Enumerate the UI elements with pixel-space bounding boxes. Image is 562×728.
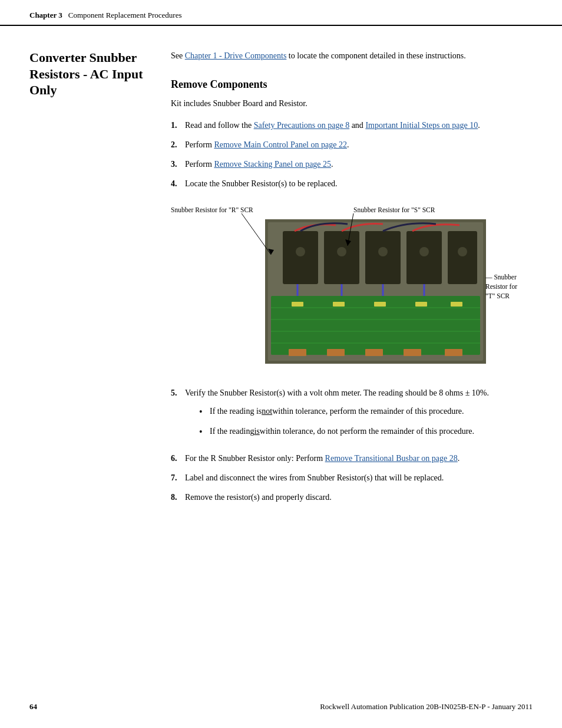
svg-rect-13 [327, 349, 345, 356]
svg-point-21 [458, 247, 467, 256]
svg-point-18 [337, 247, 346, 256]
step-6-content: For the R Snubber Resistor only: Perform… [185, 452, 533, 465]
publication-info: Rockwell Automation Publication 20B-IN02… [320, 702, 533, 711]
steps-list: 1. Read and follow the Safety Precaution… [171, 119, 533, 190]
image-section: Snubber Resistor for "R" SCR Snubber Res… [171, 202, 533, 373]
svg-rect-9 [365, 231, 401, 284]
main-content: Converter Snubber Resistors - AC Input O… [0, 26, 562, 515]
step-8: 8. Remove the resistor(s) and properly d… [171, 491, 533, 503]
svg-rect-25 [415, 302, 427, 307]
step-1-content: Read and follow the Safety Precautions o… [185, 119, 533, 131]
step-2-content: Perform Remove Main Control Panel on pag… [185, 139, 533, 151]
safety-precautions-link[interactable]: Safety Precautions on page 8 [254, 121, 350, 130]
svg-rect-22 [292, 302, 303, 307]
step-6-num: 6. [171, 452, 185, 465]
initial-steps-link[interactable]: Important Initial Steps on page 10 [365, 121, 478, 130]
step-1-num: 1. [171, 119, 185, 131]
header-chapter-title: Component Replacement Procedures [68, 11, 182, 20]
svg-rect-26 [451, 302, 462, 307]
page-number: 64 [29, 702, 37, 711]
step-1: 1. Read and follow the Safety Precaution… [171, 119, 533, 131]
step-2-num: 2. [171, 139, 185, 151]
remove-main-control-link[interactable]: Remove Main Control Panel on page 22 [214, 140, 347, 149]
component-image [265, 219, 486, 364]
subsection-title: Remove Components [171, 78, 533, 91]
step-6: 6. For the R Snubber Resistor only: Perf… [171, 452, 533, 465]
bullet-list-5: If the reading is not within tolerance, … [199, 405, 533, 439]
step-7-num: 7. [171, 472, 185, 484]
svg-rect-8 [324, 231, 359, 284]
step-8-num: 8. [171, 491, 185, 503]
svg-rect-23 [333, 302, 345, 307]
step-5: 5. Verify the Snubber Resistor(s) with a… [171, 387, 533, 445]
svg-rect-15 [404, 349, 421, 356]
step-3: 3. Perform Remove Stacking Panel on page… [171, 158, 533, 170]
right-column: See Chapter 1 - Drive Components to loca… [171, 26, 533, 515]
is-text: is [254, 425, 259, 437]
chapter1-link[interactable]: Chapter 1 - Drive Components [185, 51, 287, 60]
step-7-content: Label and disconnect the wires from Snub… [185, 472, 533, 484]
step-3-content: Perform Remove Stacking Panel on page 25… [185, 158, 533, 170]
step-4-num: 4. [171, 177, 185, 190]
step-7: 7. Label and disconnect the wires from S… [171, 472, 533, 484]
left-column: Converter Snubber Resistors - AC Input O… [29, 26, 171, 515]
svg-point-20 [419, 247, 429, 256]
svg-rect-24 [374, 302, 386, 307]
steps-list-2: 5. Verify the Snubber Resistor(s) with a… [171, 387, 533, 503]
page-footer: 64 Rockwell Automation Publication 20B-I… [0, 702, 562, 711]
step-2: 2. Perform Remove Main Control Panel on … [171, 139, 533, 151]
callout-r-scr: Snubber Resistor for "R" SCR [171, 206, 253, 213]
svg-rect-10 [406, 231, 442, 284]
step-4: 4. Locate the Snubber Resistor(s) to be … [171, 177, 533, 190]
not-text: not [262, 405, 272, 417]
svg-point-19 [378, 247, 388, 256]
page-header: Chapter 3 Component Replacement Procedur… [0, 0, 562, 26]
intro-paragraph: See Chapter 1 - Drive Components to loca… [171, 50, 533, 62]
step-8-content: Remove the resistor(s) and properly disc… [185, 491, 533, 503]
chapter-label: Chapter 3 [29, 11, 62, 20]
svg-rect-7 [283, 231, 318, 284]
section-title: Converter Snubber Resistors - AC Input O… [29, 50, 153, 98]
kit-text: Kit includes Snubber Board and Resistor. [171, 99, 533, 108]
callout-t-scr: — SnubberResistor for"T" SCR [485, 272, 533, 301]
svg-rect-11 [448, 231, 477, 284]
step-5-content: Verify the Snubber Resistor(s) with a vo… [185, 387, 533, 445]
step-4-content: Locate the Snubber Resistor(s) to be rep… [185, 177, 533, 190]
step-5-num: 5. [171, 387, 185, 399]
remove-transitional-busbar-link[interactable]: Remove Transitional Busbar on page 28 [325, 454, 458, 463]
bullet-5-1: If the reading is not within tolerance, … [199, 405, 533, 419]
remove-stacking-link[interactable]: Remove Stacking Panel on page 25 [214, 160, 331, 169]
callout-s-scr: Snubber Resistor for "S" SCR [353, 206, 435, 213]
svg-rect-12 [289, 349, 306, 356]
svg-point-17 [296, 247, 305, 256]
bullet-5-2: If the reading is within tolerance, do n… [199, 425, 533, 439]
step-3-num: 3. [171, 158, 185, 170]
svg-rect-16 [445, 349, 462, 356]
svg-rect-14 [365, 349, 383, 356]
